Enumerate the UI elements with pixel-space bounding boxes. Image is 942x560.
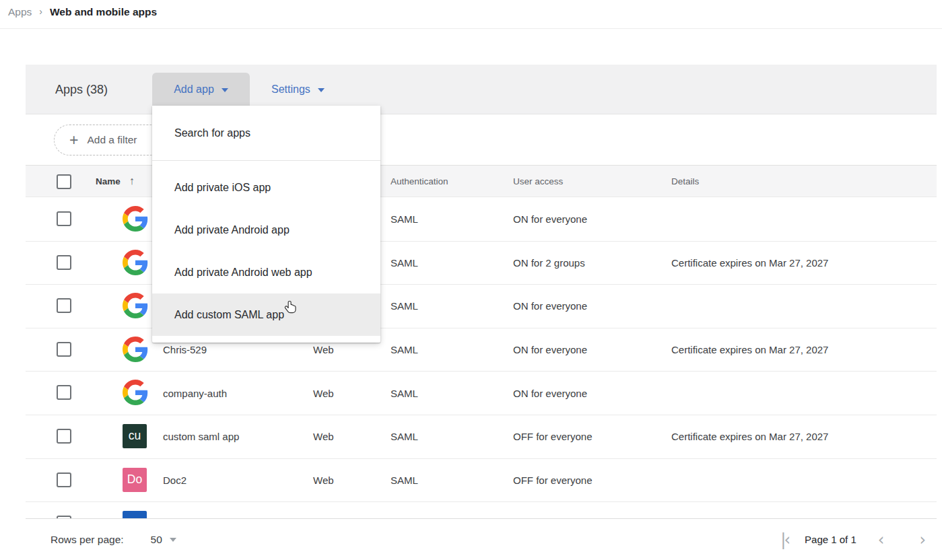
app-user-access: ON for everyone: [513, 213, 587, 225]
app-details: Certificate expires on Mar 27, 2027: [671, 344, 828, 355]
plus-icon: +: [69, 133, 78, 148]
app-name[interactable]: Doc2: [163, 474, 187, 485]
row-checkbox[interactable]: [57, 429, 71, 444]
app-name[interactable]: company-auth: [163, 387, 227, 398]
menu-item-add-custom-saml-app[interactable]: Add custom SAML app: [152, 293, 380, 336]
header-divider: [0, 28, 942, 29]
app-platform: Web: [313, 431, 334, 442]
settings-button[interactable]: Settings: [271, 73, 325, 106]
google-logo-icon: [123, 293, 148, 318]
sort-ascending-icon: ↑: [129, 175, 135, 187]
select-all-checkbox[interactable]: [57, 174, 71, 189]
table-row[interactable]: DoDoc2WebSAMLOFF for everyone: [26, 458, 937, 502]
app-user-access: OFF for everyone: [513, 431, 593, 442]
chevron-down-icon: [318, 88, 325, 92]
page-indicator: Page 1 of 1: [805, 534, 856, 545]
app-user-access: ON for everyone: [513, 300, 587, 312]
app-authentication: SAML: [391, 300, 418, 312]
chevron-right-icon: ›: [39, 6, 42, 17]
add-app-button[interactable]: Add app: [152, 73, 250, 106]
app-google-logo: [123, 380, 148, 405]
app-google-logo: [123, 250, 148, 275]
next-page-icon[interactable]: ›: [919, 532, 926, 548]
app-authentication: SAML: [391, 474, 418, 485]
menu-spacer: [152, 161, 380, 166]
google-logo-icon: [123, 206, 148, 232]
table-footer: Rows per page: 50 |‹ Page 1 of 1 ‹ ›: [26, 518, 937, 560]
app-authentication: SAML: [391, 431, 418, 442]
app-user-access: OFF for everyone: [513, 474, 593, 485]
app-name[interactable]: Chris-529: [163, 344, 207, 355]
google-logo-icon: [123, 250, 148, 275]
google-logo-icon: [123, 337, 148, 362]
column-header-authentication[interactable]: Authentication: [391, 176, 448, 186]
add-filter-label: Add a filter: [87, 134, 137, 146]
column-header-details[interactable]: Details: [671, 176, 699, 186]
chevron-down-icon: [222, 88, 228, 92]
app-authentication: SAML: [391, 213, 418, 225]
settings-button-label: Settings: [271, 83, 310, 96]
app-user-access: ON for everyone: [513, 344, 587, 355]
table-row[interactable]: cucustom saml appWebSAMLOFF for everyone…: [26, 415, 937, 458]
table-row[interactable]: DoDoc3WebSAMLOFF for everyone: [26, 501, 937, 518]
table-row[interactable]: company-authWebSAMLON for everyone: [26, 371, 937, 415]
app-authentication: SAML: [391, 256, 418, 268]
rows-per-page-caret-icon[interactable]: [170, 538, 176, 542]
app-user-access: ON for 2 groups: [513, 256, 585, 268]
breadcrumb-current: Web and mobile apps: [50, 6, 157, 18]
rows-per-page-value[interactable]: 50: [151, 534, 162, 546]
first-page-icon[interactable]: |‹: [780, 532, 788, 548]
row-checkbox[interactable]: [57, 385, 71, 400]
app-google-logo: [123, 293, 148, 318]
app-platform: Web: [313, 344, 334, 355]
menu-item-add-private-android-app[interactable]: Add private Android app: [152, 209, 380, 251]
app-name[interactable]: custom saml app: [163, 431, 239, 442]
app-details: Certificate expires on Mar 27, 2027: [671, 256, 828, 268]
column-header-name[interactable]: Name ↑: [96, 175, 135, 187]
previous-page-icon[interactable]: ‹: [878, 532, 885, 548]
app-authentication: SAML: [391, 344, 418, 355]
app-letter-avatar: Do: [123, 468, 147, 492]
app-google-logo: [123, 206, 148, 232]
menu-item-search-for-apps[interactable]: Search for apps: [152, 106, 380, 161]
menu-item-add-private-ios-app[interactable]: Add private iOS app: [152, 166, 380, 209]
breadcrumb-parent-link[interactable]: Apps: [8, 6, 32, 18]
app-letter-avatar: cu: [123, 424, 147, 448]
row-checkbox[interactable]: [57, 211, 71, 226]
menu-item-add-private-android-web-app[interactable]: Add private Android web app: [152, 251, 380, 293]
row-checkbox[interactable]: [57, 298, 71, 313]
rows-per-page: Rows per page: 50: [51, 534, 176, 546]
app-user-access: ON for everyone: [513, 387, 587, 398]
pager: |‹ Page 1 of 1 ‹ ›: [780, 532, 926, 548]
app-google-logo: [123, 337, 148, 362]
row-checkbox[interactable]: [57, 342, 71, 357]
app-authentication: SAML: [391, 387, 418, 398]
app-letter-avatar: Do: [123, 511, 147, 518]
rows-per-page-label: Rows per page:: [51, 534, 124, 546]
google-logo-icon: [123, 380, 148, 405]
apps-count-label: Apps (38): [55, 82, 108, 96]
add-app-menu: Search for apps Add private iOS app Add …: [152, 106, 380, 343]
row-checkbox[interactable]: [57, 255, 71, 270]
add-app-button-label: Add app: [174, 83, 214, 96]
row-checkbox[interactable]: [57, 473, 71, 487]
app-details: Certificate expires on Mar 27, 2027: [671, 431, 828, 442]
add-filter-button[interactable]: + Add a filter: [54, 125, 166, 155]
app-platform: Web: [313, 474, 334, 485]
column-header-user-access[interactable]: User access: [513, 176, 563, 186]
app-platform: Web: [313, 387, 334, 398]
breadcrumb: Apps › Web and mobile apps: [8, 6, 157, 18]
